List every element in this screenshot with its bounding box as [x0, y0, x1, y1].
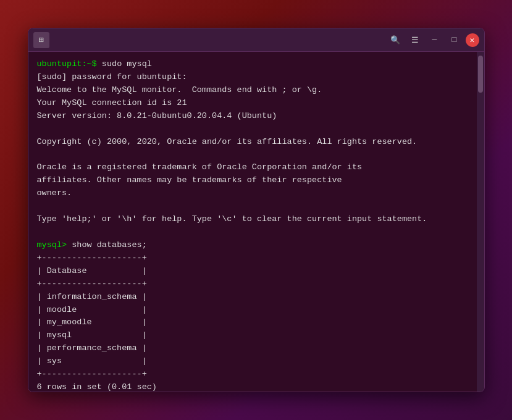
terminal-line: Oracle is a registered trademark of Orac… — [37, 161, 468, 174]
terminal-line: [sudo] password for ubuntupit: — [37, 71, 468, 84]
terminal-line: Your MySQL connection id is 21 — [37, 97, 468, 110]
terminal-line: | sys | — [37, 355, 468, 368]
terminal-line: | Database | — [37, 265, 468, 278]
terminal-window: ⊞ 🔍 ☰ — □ ✕ ubuntupit:~$ sudo mysql[sudo… — [28, 28, 485, 392]
menu-button[interactable]: ☰ — [406, 32, 424, 48]
scrollbar-thumb[interactable] — [478, 56, 483, 93]
maximize-button[interactable]: □ — [446, 32, 463, 48]
terminal-line: owners. — [37, 187, 468, 200]
prompt-user: mysql> — [37, 240, 72, 250]
terminal-line: Welcome to the MySQL monitor. Commands e… — [37, 84, 468, 97]
terminal-line: ubuntupit:~$ sudo mysql — [37, 58, 468, 71]
title-bar: ⊞ 🔍 ☰ — □ ✕ — [28, 28, 484, 52]
terminal-line: +--------------------+ — [37, 278, 468, 291]
terminal-line — [37, 226, 468, 239]
terminal-icon: ⊞ — [33, 32, 49, 48]
close-button[interactable]: ✕ — [466, 33, 479, 47]
terminal-line: Copyright (c) 2000, 2020, Oracle and/or … — [37, 136, 468, 149]
terminal-content[interactable]: ubuntupit:~$ sudo mysql[sudo] password f… — [28, 52, 477, 392]
window-controls: 🔍 ☰ — □ ✕ — [387, 32, 479, 48]
prompt-user: ubuntupit:~$ — [37, 59, 102, 69]
terminal-line: mysql> show databases; — [37, 239, 468, 252]
prompt-cmd: sudo mysql — [102, 59, 152, 69]
terminal-line: | mysql | — [37, 329, 468, 342]
title-bar-left: ⊞ — [33, 32, 49, 48]
prompt-cmd: show databases; — [72, 240, 147, 250]
terminal-line: Type 'help;' or '\h' for help. Type '\c'… — [37, 213, 468, 226]
terminal-line: | performance_schema | — [37, 342, 468, 355]
terminal-line: | moodle | — [37, 304, 468, 317]
terminal-line: | my_moodle | — [37, 316, 468, 329]
terminal-line: 6 rows in set (0.01 sec) — [37, 381, 468, 392]
terminal-line: +--------------------+ — [37, 252, 468, 265]
terminal-line: affiliates. Other names may be trademark… — [37, 174, 468, 187]
scrollbar[interactable] — [477, 52, 484, 392]
terminal-line: | information_schema | — [37, 291, 468, 304]
terminal-line — [37, 123, 468, 136]
minimize-button[interactable]: — — [426, 32, 443, 48]
terminal-line: +--------------------+ — [37, 368, 468, 381]
search-button[interactable]: 🔍 — [387, 32, 404, 48]
terminal-line — [37, 148, 468, 161]
terminal-body: ubuntupit:~$ sudo mysql[sudo] password f… — [28, 52, 484, 392]
terminal-line: Server version: 8.0.21-0ubuntu0.20.04.4 … — [37, 110, 468, 123]
terminal-line — [37, 200, 468, 213]
